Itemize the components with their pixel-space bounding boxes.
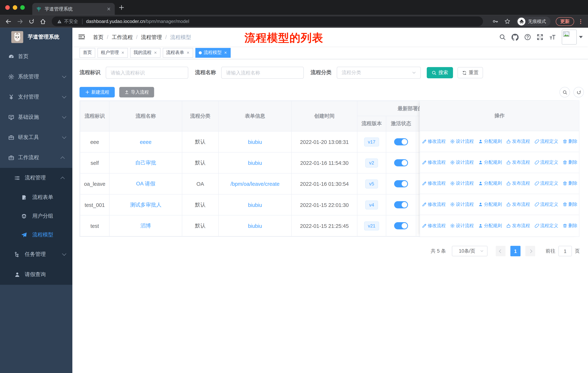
next-page-button[interactable] (525, 246, 535, 256)
form-link[interactable]: biubiu (248, 160, 262, 166)
publish-process-link[interactable]: 发布流程 (506, 138, 530, 145)
sidebar-item-devtools[interactable]: 研发工具 (0, 128, 72, 148)
prev-page-button[interactable] (496, 246, 505, 256)
sidebar-collapse-icon[interactable] (78, 34, 85, 40)
assign-rule-link[interactable]: 分配规则 (478, 201, 502, 208)
key-icon[interactable] (492, 18, 498, 24)
publish-process-link[interactable]: 发布流程 (506, 201, 530, 208)
design-process-link[interactable]: 设计流程 (450, 201, 474, 208)
process-name-link[interactable]: eeee (140, 139, 151, 145)
version-badge[interactable]: v21 (364, 221, 379, 230)
help-icon[interactable] (524, 34, 531, 40)
font-size-icon[interactable] (549, 34, 556, 40)
page-size-select[interactable]: 10条/页 (452, 246, 487, 256)
reload-icon[interactable] (28, 18, 34, 24)
sidebar-item-process-mgmt[interactable]: 流程管理 (0, 168, 72, 188)
fullscreen-icon[interactable] (537, 34, 543, 40)
active-toggle[interactable] (394, 180, 408, 187)
active-toggle[interactable] (394, 159, 408, 166)
sidebar-logo[interactable]: 芋道管理系统 (0, 28, 72, 46)
delete-link[interactable]: 删除 (562, 159, 577, 166)
create-process-button[interactable]: 新建流程 (79, 87, 115, 97)
version-badge[interactable]: v17 (364, 137, 379, 146)
edit-process-link[interactable]: 修改流程 (422, 159, 446, 166)
tag-process-model[interactable]: 流程模型 (195, 48, 231, 57)
form-link[interactable]: /bpm/oa/leave/create (231, 181, 280, 187)
github-icon[interactable] (511, 33, 519, 40)
active-toggle[interactable] (394, 138, 408, 145)
process-name-link[interactable]: 滔博 (140, 222, 151, 228)
search-icon[interactable] (499, 34, 506, 40)
process-definition-link[interactable]: 流程定义 (534, 159, 558, 166)
process-definition-link[interactable]: 流程定义 (534, 222, 558, 229)
update-browser-button[interactable]: 更新 (556, 17, 574, 26)
minimize-window-button[interactable] (13, 5, 17, 10)
process-name-link[interactable]: 自己审批 (135, 159, 156, 165)
sidebar-item-user-group[interactable]: 用户分组 (0, 207, 72, 226)
publish-process-link[interactable]: 发布流程 (506, 159, 530, 166)
edit-process-link[interactable]: 修改流程 (422, 201, 446, 208)
publish-process-link[interactable]: 发布流程 (506, 180, 530, 187)
active-toggle[interactable] (394, 201, 408, 208)
avatar-caret-icon[interactable] (579, 36, 583, 38)
back-icon[interactable] (5, 18, 12, 25)
tab-close-icon[interactable] (106, 7, 111, 11)
process-definition-link[interactable]: 流程定义 (534, 180, 558, 187)
tag-my-process[interactable]: 我的流程 (130, 48, 161, 57)
assign-rule-link[interactable]: 分配规则 (478, 222, 502, 229)
current-page-button[interactable]: 1 (510, 246, 521, 256)
sidebar-item-process-form[interactable]: 流程表单 (0, 188, 72, 207)
process-name-link[interactable]: 测试多审批人 (130, 202, 161, 207)
process-definition-link[interactable]: 流程定义 (534, 201, 558, 208)
sidebar-item-home[interactable]: 首页 (0, 46, 72, 67)
refresh-table-button[interactable] (573, 87, 584, 97)
process-name-link[interactable]: OA 请假 (136, 181, 155, 186)
version-badge[interactable]: v2 (366, 158, 378, 167)
delete-link[interactable]: 删除 (562, 201, 577, 208)
sidebar-item-infra[interactable]: 基础设施 (0, 107, 72, 127)
delete-link[interactable]: 删除 (562, 138, 577, 145)
tag-tenant[interactable]: 租户管理 (97, 48, 128, 57)
address-bar[interactable]: 不安全 dashboard.yudao.iocoder.cn /bpm/mana… (52, 17, 483, 26)
sidebar-item-leave-query[interactable]: 请假查询 (0, 265, 72, 285)
new-tab-button[interactable] (118, 5, 125, 10)
sidebar-item-system[interactable]: 系统管理 (0, 67, 72, 87)
publish-process-link[interactable]: 发布流程 (506, 222, 530, 229)
edit-process-link[interactable]: 修改流程 (422, 180, 446, 187)
design-process-link[interactable]: 设计流程 (450, 159, 474, 166)
assign-rule-link[interactable]: 分配规则 (478, 159, 502, 166)
active-toggle[interactable] (394, 222, 408, 229)
version-badge[interactable]: v4 (366, 200, 378, 209)
sidebar-item-payment[interactable]: 支付管理 (0, 87, 72, 107)
window-controls[interactable] (5, 5, 25, 10)
close-icon[interactable] (187, 51, 190, 54)
design-process-link[interactable]: 设计流程 (450, 138, 474, 145)
bookmark-star-icon[interactable] (504, 18, 510, 24)
security-label[interactable]: 不安全 (64, 18, 78, 25)
close-window-button[interactable] (5, 5, 10, 10)
form-link[interactable]: biubiu (248, 202, 262, 208)
process-name-input[interactable] (221, 67, 304, 79)
form-link[interactable]: biubiu (248, 223, 262, 229)
forward-icon[interactable] (17, 18, 23, 25)
home-icon[interactable] (40, 18, 46, 25)
process-id-input[interactable] (106, 67, 188, 79)
process-definition-link[interactable]: 流程定义 (534, 138, 558, 145)
import-process-button[interactable]: 导入流程 (119, 87, 154, 97)
assign-rule-link[interactable]: 分配规则 (478, 138, 502, 145)
design-process-link[interactable]: 设计流程 (450, 222, 474, 229)
form-link[interactable]: biubiu (248, 139, 262, 145)
design-process-link[interactable]: 设计流程 (450, 180, 474, 187)
toggle-search-button[interactable] (560, 87, 570, 97)
sidebar-item-workflow[interactable]: 工作流程 (0, 148, 72, 168)
version-badge[interactable]: v5 (366, 179, 378, 188)
delete-link[interactable]: 删除 (562, 180, 577, 187)
browser-menu-icon[interactable] (578, 19, 583, 24)
assign-rule-link[interactable]: 分配规则 (478, 180, 502, 187)
close-icon[interactable] (121, 51, 125, 54)
breadcrumb-workflow[interactable]: 工作流程 (112, 34, 133, 41)
goto-page-input[interactable] (558, 246, 572, 256)
close-icon[interactable] (154, 51, 157, 54)
close-icon[interactable] (224, 51, 227, 54)
browser-tab[interactable]: 芋道管理系统 (32, 3, 115, 15)
